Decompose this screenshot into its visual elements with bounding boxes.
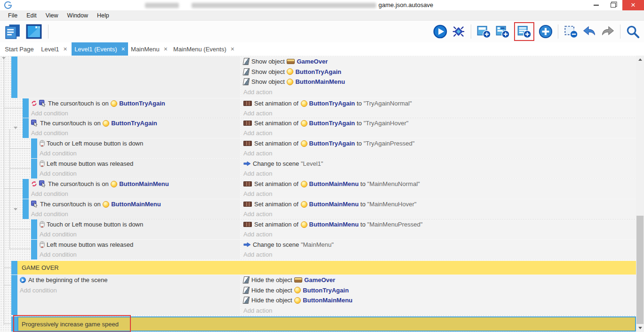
add-condition-placeholder[interactable]: Add condition (37, 250, 240, 259)
add-condition-placeholder[interactable]: Add condition (37, 169, 240, 178)
condition[interactable]: Touch or Left mouse button is down (37, 138, 240, 148)
restore-button[interactable] (605, 0, 620, 10)
add-action-placeholder[interactable]: Add action (241, 250, 636, 259)
tab-level1-events[interactable]: Level1 (Events) (72, 42, 128, 56)
action[interactable]: Hide the object ButtonMainMenu (241, 295, 636, 306)
action[interactable]: Show object ButtonMainMenu (241, 77, 636, 87)
close-tab-icon[interactable] (121, 45, 125, 53)
add-condition-placeholder[interactable]: Add condition (29, 189, 240, 199)
close-button[interactable] (622, 0, 644, 10)
add-action-placeholder[interactable]: Add action (241, 148, 636, 158)
add-event-icon[interactable] (476, 24, 491, 39)
close-tab-icon[interactable] (164, 45, 168, 53)
event-drag-handle[interactable] (23, 98, 29, 118)
event-drag-handle[interactable] (11, 57, 17, 98)
scene-editor-icon[interactable] (25, 24, 42, 40)
condition[interactable]: The cursor/touch is on ButtonMainMenu (29, 179, 240, 189)
condition[interactable]: At the beginning of the scene (17, 275, 240, 285)
condition[interactable]: The cursor/touch is on ButtonTryAgain (29, 98, 240, 108)
action[interactable]: Set animation of ButtonTryAgain to "TryA… (241, 98, 636, 108)
play-icon[interactable] (433, 24, 447, 39)
condition[interactable]: The cursor/touch is on ButtonMainMenu (29, 199, 240, 209)
add-condition-placeholder[interactable]: Add condition (37, 148, 240, 158)
event-drag-handle[interactable] (23, 199, 29, 219)
comment-text[interactable]: GAME OVER (17, 261, 636, 275)
close-tab-icon[interactable] (64, 45, 67, 53)
add-condition-placeholder[interactable]: Add condition (29, 128, 240, 138)
redo-icon[interactable] (601, 24, 615, 39)
menu-window[interactable]: Window (63, 12, 93, 19)
event-drag-handle[interactable] (23, 179, 29, 199)
event-drag-handle[interactable] (31, 219, 37, 239)
add-subevent-icon[interactable] (495, 24, 510, 39)
scroll-down-icon[interactable] (636, 324, 644, 332)
action[interactable]: Show object GameOver (241, 57, 636, 67)
tab-mainmenu[interactable]: MainMenu (129, 42, 169, 56)
add-action-placeholder[interactable]: Add action (241, 209, 636, 219)
add-action-placeholder[interactable]: Add action (241, 108, 636, 118)
event-drag-handle[interactable] (31, 138, 37, 158)
add-action-placeholder[interactable]: Add action (241, 169, 636, 178)
action[interactable]: Show object ButtonTryAgain (241, 67, 636, 77)
event-drag-handle[interactable] (11, 261, 17, 275)
condition[interactable]: The cursor/touch is on ButtonTryAgain (29, 118, 240, 128)
action[interactable]: Set animation of ButtonMainMenu to "Main… (241, 219, 636, 229)
search-icon[interactable] (626, 24, 640, 39)
add-condition-placeholder[interactable]: Add condition (29, 209, 240, 219)
event-row[interactable]: The cursor/touch is on ButtonMainMenu Ad… (0, 179, 636, 199)
event-row[interactable]: Left mouse button was released Add condi… (0, 240, 636, 259)
action[interactable]: Change to scene "MainMenu" (241, 240, 636, 250)
condition[interactable]: Left mouse button was released (37, 240, 240, 250)
add-condition-placeholder[interactable]: Add condition (17, 285, 240, 296)
menu-file[interactable]: File (4, 12, 22, 19)
undo-icon[interactable] (582, 24, 596, 39)
event-row[interactable]: The cursor/touch is on ButtonTryAgain Ad… (0, 98, 636, 118)
action[interactable]: Change to scene "Level1" (241, 159, 636, 169)
tab-level1[interactable]: Level1 (38, 42, 71, 56)
add-action-placeholder[interactable]: Add action (241, 128, 636, 138)
action[interactable]: Set animation of ButtonMainMenu to "Main… (241, 199, 636, 209)
event-drag-handle[interactable] (31, 159, 37, 178)
action[interactable]: Set animation of ButtonMainMenu to "Main… (241, 179, 636, 189)
event-row[interactable]: Touch or Left mouse button is down Add c… (0, 219, 636, 239)
event-row[interactable]: The cursor/touch is on ButtonTryAgain Ad… (0, 118, 636, 138)
add-condition-placeholder[interactable]: Add condition (29, 108, 240, 118)
event-row[interactable]: Touch or Left mouse button is down Add c… (0, 138, 636, 158)
event-row[interactable]: Left mouse button was released Add condi… (0, 159, 636, 178)
add-action-placeholder[interactable]: Add action (241, 189, 636, 199)
menu-view[interactable]: View (41, 12, 63, 19)
event-drag-handle[interactable] (31, 240, 37, 259)
add-comment-icon[interactable] (517, 24, 531, 39)
add-new-icon[interactable] (539, 24, 553, 39)
tab-mainmenu-events[interactable]: MainMenu (Events) (170, 42, 237, 56)
minimize-button[interactable] (588, 0, 604, 10)
add-action-placeholder[interactable]: Add action (241, 229, 636, 239)
event-row[interactable]: The cursor/touch is on ButtonMainMenu Ad… (0, 199, 636, 219)
close-tab-icon[interactable] (231, 45, 234, 53)
debug-icon[interactable] (451, 24, 466, 39)
remove-event-icon[interactable] (564, 24, 578, 39)
action[interactable]: Set animation of ButtonTryAgain to "TryA… (241, 138, 636, 148)
scrollbar-thumb[interactable] (636, 216, 644, 324)
event-row[interactable]: Show object GameOver Show object ButtonT… (0, 57, 636, 98)
action[interactable]: Hide the object GameOver (241, 275, 636, 285)
comment-row[interactable]: GAME OVER (0, 261, 636, 275)
action[interactable]: Hide the object ButtonTryAgain (241, 285, 636, 296)
action[interactable]: Set animation of ButtonTryAgain to "TryA… (241, 118, 636, 128)
conditions-cell[interactable] (17, 57, 240, 98)
add-action-placeholder[interactable]: Add action (241, 87, 636, 97)
event-row[interactable]: At the beginning of the scene Add condit… (0, 275, 636, 315)
scroll-up-icon[interactable] (636, 56, 644, 64)
project-manager-icon[interactable] (5, 24, 21, 40)
conditions-cell: Touch or Left mouse button is down Add c… (37, 219, 240, 239)
vertical-scrollbar[interactable] (636, 56, 644, 332)
add-action-placeholder[interactable]: Add action (241, 306, 636, 316)
event-drag-handle[interactable] (23, 118, 29, 138)
tab-start-page[interactable]: Start Page (2, 42, 37, 56)
condition[interactable]: Touch or Left mouse button is down (37, 219, 240, 229)
condition[interactable]: Left mouse button was released (37, 159, 240, 169)
menu-help[interactable]: Help (93, 12, 114, 19)
add-condition-placeholder[interactable]: Add condition (37, 229, 240, 239)
event-drag-handle[interactable] (11, 275, 17, 315)
menu-edit[interactable]: Edit (22, 12, 41, 19)
